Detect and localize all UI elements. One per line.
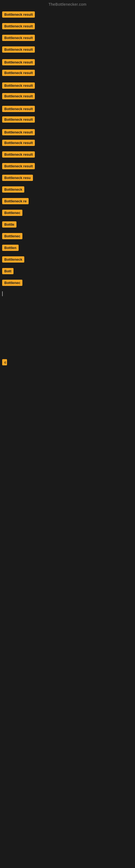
bottleneck-badge[interactable]: Bottleneck result — [2, 93, 35, 99]
list-item: Bottleneck result — [1, 101, 134, 114]
bottleneck-badge[interactable]: Bottleneck result — [2, 46, 35, 53]
list-item: Bottleneck result — [1, 67, 134, 78]
bottleneck-badge[interactable]: Bottleneck resu — [2, 175, 33, 181]
bottleneck-badge[interactable]: Bottleneck result — [2, 129, 35, 135]
bottom-item: c — [1, 358, 134, 367]
bottleneck-badge[interactable]: Bottleneck result — [2, 163, 35, 169]
bottleneck-badge[interactable]: Bottlenec — [2, 233, 22, 239]
list-item: Bottleneck result — [1, 78, 134, 90]
bottleneck-badge[interactable]: Bottleneck result — [2, 83, 35, 89]
bottleneck-badge[interactable]: Bottleneck result — [2, 70, 35, 76]
empty-space — [1, 298, 134, 358]
bottom-badge: c — [2, 359, 7, 365]
empty-space-bottom — [1, 367, 134, 503]
list-item: Bottleneck result — [1, 124, 134, 137]
list-item: Bottleneck result — [1, 90, 134, 101]
list-item: Bottleneck result — [1, 54, 134, 67]
bottleneck-list: Bottleneck result Bottleneck result Bott… — [0, 10, 135, 503]
list-item: Bottlenec — [1, 229, 134, 241]
list-item: Bottle — [1, 218, 134, 229]
list-item: Bottleneck result — [1, 159, 134, 171]
bottleneck-badge[interactable]: Bottleneck result — [2, 140, 35, 146]
list-item: Bottleneck — [1, 252, 134, 264]
list-item: Bott — [1, 264, 134, 276]
bottleneck-badge[interactable]: Bottle — [2, 221, 16, 227]
bottleneck-badge[interactable]: Bottlenec — [2, 210, 22, 216]
bottleneck-badge[interactable]: Bottleneck result — [2, 106, 35, 112]
list-item: Bottlen — [1, 241, 134, 252]
bottleneck-badge[interactable]: Bottleneck — [2, 186, 24, 193]
bottleneck-badge[interactable]: Bottleneck result — [2, 23, 35, 29]
bottleneck-badge[interactable]: Bottlen — [2, 245, 18, 251]
list-item: Bottleneck result — [1, 19, 134, 31]
list-item: Bottleneck result — [1, 31, 134, 42]
bottleneck-badge[interactable]: Bottleneck — [2, 256, 24, 262]
cursor-line — [2, 291, 3, 296]
bottleneck-badge[interactable]: Bottleneck re — [2, 198, 29, 204]
list-item: Bottlenec — [1, 276, 134, 287]
cursor-row — [1, 287, 134, 298]
list-item: Bottlenec — [1, 206, 134, 218]
list-item: Bottleneck — [1, 183, 134, 194]
bottleneck-badge[interactable]: Bottleneck result — [2, 116, 35, 123]
list-item: Bottleneck result — [1, 10, 134, 19]
bottleneck-badge[interactable]: Bottleneck result — [2, 59, 35, 65]
list-item: Bottleneck resu — [1, 171, 134, 183]
site-title: TheBottlenecker.com — [48, 2, 86, 6]
site-header: TheBottlenecker.com — [0, 0, 135, 10]
list-item: Bottleneck re — [1, 194, 134, 206]
bottleneck-badge[interactable]: Bott — [2, 268, 13, 274]
list-item: Bottleneck result — [1, 42, 134, 54]
bottleneck-badge[interactable]: Bottleneck result — [2, 35, 35, 41]
bottleneck-badge[interactable]: Bottlenec — [2, 280, 22, 286]
bottleneck-badge[interactable]: Bottleneck result — [2, 11, 35, 18]
bottleneck-badge[interactable]: Bottleneck result — [2, 151, 35, 158]
list-item: Bottleneck result — [1, 114, 134, 124]
list-item: Bottleneck result — [1, 137, 134, 148]
list-item: Bottleneck result — [1, 148, 134, 159]
